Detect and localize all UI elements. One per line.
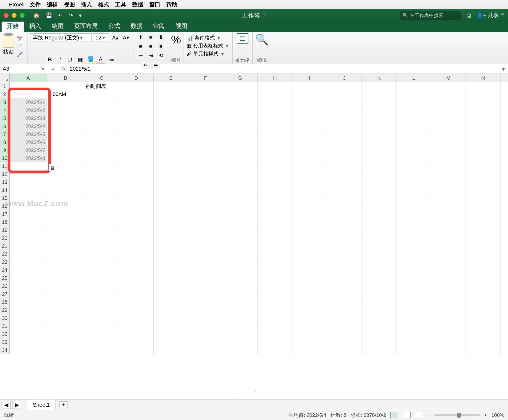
cell-L5[interactable]: [396, 114, 431, 122]
cell-M7[interactable]: [431, 130, 466, 138]
cell-K2[interactable]: [362, 90, 396, 98]
cell-L34[interactable]: [396, 346, 431, 354]
cell-H15[interactable]: [258, 194, 292, 202]
cell-L19[interactable]: [396, 226, 431, 234]
cell-M26[interactable]: [431, 282, 466, 290]
cell-J4[interactable]: [327, 106, 362, 114]
cell-D14[interactable]: [119, 186, 154, 194]
view-page-icon[interactable]: [403, 412, 411, 418]
cell-L31[interactable]: [396, 322, 431, 330]
cell-I10[interactable]: [292, 154, 327, 162]
cell-G7[interactable]: [223, 130, 258, 138]
border-icon[interactable]: ▦: [76, 55, 85, 63]
cells-icon[interactable]: [237, 33, 248, 44]
cell-B27[interactable]: [47, 290, 84, 298]
cell-B18[interactable]: [47, 218, 84, 226]
cell-I26[interactable]: [292, 282, 327, 290]
cell-F16[interactable]: [188, 202, 223, 210]
cell-M30[interactable]: [431, 314, 466, 322]
cell-D8[interactable]: [119, 138, 154, 146]
cell-J24[interactable]: [327, 266, 362, 274]
add-sheet-button[interactable]: +: [59, 401, 68, 408]
cell-C33[interactable]: [84, 338, 119, 346]
cell-J21[interactable]: [327, 242, 362, 250]
cell-E8[interactable]: [154, 138, 188, 146]
row-header-27[interactable]: 27: [0, 290, 9, 298]
cell-N15[interactable]: [466, 194, 501, 202]
row-header-7[interactable]: 7: [0, 130, 9, 138]
cell-C8[interactable]: [84, 138, 119, 146]
cell-D4[interactable]: [119, 106, 154, 114]
cell-K31[interactable]: [362, 322, 396, 330]
cell-J16[interactable]: [327, 202, 362, 210]
cell-I11[interactable]: [292, 162, 327, 170]
cell-M29[interactable]: [431, 306, 466, 314]
cell-H1[interactable]: [258, 82, 292, 90]
cell-F8[interactable]: [188, 138, 223, 146]
cell-I15[interactable]: [292, 194, 327, 202]
cell-A8[interactable]: 2022/5/6: [10, 138, 47, 146]
cell-F17[interactable]: [188, 210, 223, 218]
cell-C27[interactable]: [84, 290, 119, 298]
cell-M25[interactable]: [431, 274, 466, 282]
cell-C25[interactable]: [84, 274, 119, 282]
cell-M11[interactable]: [431, 162, 466, 170]
share-button[interactable]: 👤+ 共享 ⌃: [477, 12, 505, 19]
cell-N13[interactable]: [466, 178, 501, 186]
cell-L20[interactable]: [396, 234, 431, 242]
cell-E11[interactable]: [154, 162, 188, 170]
cell-G20[interactable]: [223, 234, 258, 242]
cell-H12[interactable]: [258, 170, 292, 178]
row-header-13[interactable]: 13: [0, 178, 9, 186]
cell-M20[interactable]: [431, 234, 466, 242]
cell-L25[interactable]: [396, 274, 431, 282]
cell-A26[interactable]: [10, 282, 47, 290]
cell-H3[interactable]: [258, 98, 292, 106]
cell-N31[interactable]: [466, 322, 501, 330]
cell-G2[interactable]: [223, 90, 258, 98]
cell-I3[interactable]: [292, 98, 327, 106]
cell-E25[interactable]: [154, 274, 188, 282]
row-header-11[interactable]: 11: [0, 162, 9, 170]
cell-B8[interactable]: [47, 138, 84, 146]
paste-button[interactable]: 粘贴: [3, 33, 14, 59]
cell-L15[interactable]: [396, 194, 431, 202]
col-header-B[interactable]: B: [47, 74, 84, 82]
cell-D15[interactable]: [119, 194, 154, 202]
cell-I12[interactable]: [292, 170, 327, 178]
cell-G14[interactable]: [223, 186, 258, 194]
cell-F7[interactable]: [188, 130, 223, 138]
cell-H22[interactable]: [258, 250, 292, 258]
col-header-I[interactable]: I: [292, 74, 327, 82]
cell-N6[interactable]: [466, 122, 501, 130]
zoom-value[interactable]: 100%: [491, 412, 504, 418]
cell-N24[interactable]: [466, 266, 501, 274]
cell-N19[interactable]: [466, 226, 501, 234]
row-header-12[interactable]: 12: [0, 170, 9, 178]
cell-K25[interactable]: [362, 274, 396, 282]
app-name[interactable]: Excel: [9, 1, 24, 8]
cell-L2[interactable]: [396, 90, 431, 98]
cell-J19[interactable]: [327, 226, 362, 234]
cell-A17[interactable]: [10, 210, 47, 218]
col-header-C[interactable]: C: [84, 74, 119, 82]
cell-N18[interactable]: [466, 218, 501, 226]
cell-J30[interactable]: [327, 314, 362, 322]
cell-F24[interactable]: [188, 266, 223, 274]
cell-F25[interactable]: [188, 274, 223, 282]
cell-I34[interactable]: [292, 346, 327, 354]
cell-E3[interactable]: [154, 98, 188, 106]
cell-H2[interactable]: [258, 90, 292, 98]
col-header-L[interactable]: L: [396, 74, 431, 82]
cell-D6[interactable]: [119, 122, 154, 130]
cell-N16[interactable]: [466, 202, 501, 210]
cell-B23[interactable]: [47, 258, 84, 266]
cell-H21[interactable]: [258, 242, 292, 250]
cell-C10[interactable]: [84, 154, 119, 162]
cell-J32[interactable]: [327, 330, 362, 338]
cell-F26[interactable]: [188, 282, 223, 290]
cell-D11[interactable]: [119, 162, 154, 170]
cell-F28[interactable]: [188, 298, 223, 306]
menu-file[interactable]: 文件: [30, 1, 41, 8]
cell-B19[interactable]: [47, 226, 84, 234]
